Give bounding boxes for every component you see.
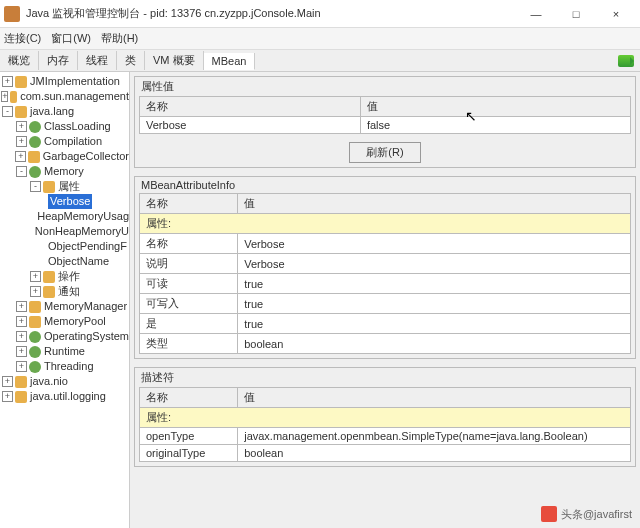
tree-node[interactable]: +MemoryManager (0, 299, 129, 314)
app-icon (4, 6, 20, 22)
tree-node[interactable]: +Threading (0, 359, 129, 374)
attribute-info-table: 名称值 属性: 名称Verbose 说明Verbose 可读true 可写入tr… (139, 193, 631, 354)
refresh-button[interactable]: 刷新(R) (349, 142, 420, 163)
tree-node-selected[interactable]: Verbose (0, 194, 129, 209)
col-value[interactable]: 值 (238, 194, 631, 214)
attribute-info-panel: MBeanAttributeInfo 名称值 属性: 名称Verbose 说明V… (134, 176, 636, 359)
maximize-button[interactable]: □ (556, 2, 596, 26)
minimize-button[interactable]: — (516, 2, 556, 26)
tab-memory[interactable]: 内存 (39, 51, 78, 70)
tree-node[interactable]: +java.util.logging (0, 389, 129, 404)
tree-node[interactable]: +通知 (0, 284, 129, 299)
tree-node[interactable]: +ClassLoading (0, 119, 129, 134)
descriptor-panel: 描述符 名称值 属性: openTypejavax.management.ope… (134, 367, 636, 467)
table-row[interactable]: 是true (140, 314, 631, 334)
attribute-value-table: 名称值 Verbosefalse (139, 96, 631, 134)
close-button[interactable]: × (596, 2, 636, 26)
table-row[interactable]: 属性: (140, 214, 631, 234)
menu-connection[interactable]: 连接(C) (4, 31, 41, 46)
col-name[interactable]: 名称 (140, 97, 361, 117)
tree-node[interactable]: ObjectPendingF (0, 239, 129, 254)
tree-node[interactable]: -Memory (0, 164, 129, 179)
connect-icon[interactable] (618, 55, 634, 67)
panel-title: MBeanAttributeInfo (135, 177, 635, 193)
table-row[interactable]: 名称Verbose (140, 234, 631, 254)
panel-title: 属性值 (135, 77, 635, 96)
attribute-value-panel: 属性值 名称值 Verbosefalse 刷新(R) (134, 76, 636, 168)
col-value[interactable]: 值 (360, 97, 630, 117)
table-row[interactable]: Verbosefalse (140, 117, 631, 134)
descriptor-table: 名称值 属性: openTypejavax.management.openmbe… (139, 387, 631, 462)
tree-node[interactable]: +Runtime (0, 344, 129, 359)
watermark-icon (541, 506, 557, 522)
tree-node[interactable]: ObjectName (0, 254, 129, 269)
tab-bar: 概览 内存 线程 类 VM 概要 MBean (0, 50, 640, 72)
menu-window[interactable]: 窗口(W) (51, 31, 91, 46)
tab-mbeans[interactable]: MBean (204, 53, 256, 70)
tree-node[interactable]: +JMImplementation (0, 74, 129, 89)
tab-threads[interactable]: 线程 (78, 51, 117, 70)
tree-node[interactable]: -java.lang (0, 104, 129, 119)
content-pane: 属性值 名称值 Verbosefalse 刷新(R) MBeanAttribut… (130, 72, 640, 528)
tree-node[interactable]: +GarbageCollector (0, 149, 129, 164)
titlebar: Java 监视和管理控制台 - pid: 13376 cn.zyzpp.jCon… (0, 0, 640, 28)
col-name[interactable]: 名称 (140, 194, 238, 214)
table-row[interactable]: 类型boolean (140, 334, 631, 354)
tree-node[interactable]: +com.sun.management (0, 89, 129, 104)
tree-node[interactable]: +java.nio (0, 374, 129, 389)
menu-help[interactable]: 帮助(H) (101, 31, 138, 46)
window-title: Java 监视和管理控制台 - pid: 13376 cn.zyzpp.jCon… (26, 6, 516, 21)
table-row[interactable]: openTypejavax.management.openmbean.Simpl… (140, 428, 631, 445)
panel-title: 描述符 (135, 368, 635, 387)
col-name[interactable]: 名称 (140, 388, 238, 408)
tree-node[interactable]: +Compilation (0, 134, 129, 149)
tab-overview[interactable]: 概览 (0, 51, 39, 70)
col-value[interactable]: 值 (238, 388, 631, 408)
tree-node[interactable]: -属性 (0, 179, 129, 194)
mbean-tree[interactable]: +JMImplementation +com.sun.management -j… (0, 72, 130, 528)
tree-node[interactable]: +OperatingSystem (0, 329, 129, 344)
table-row[interactable]: 属性: (140, 408, 631, 428)
table-row[interactable]: 说明Verbose (140, 254, 631, 274)
table-row[interactable]: originalTypeboolean (140, 445, 631, 462)
table-row[interactable]: 可读true (140, 274, 631, 294)
tree-node[interactable]: +操作 (0, 269, 129, 284)
table-row[interactable]: 可写入true (140, 294, 631, 314)
tab-vm[interactable]: VM 概要 (145, 51, 204, 70)
watermark: 头条@javafirst (541, 506, 632, 522)
tab-classes[interactable]: 类 (117, 51, 145, 70)
tree-node[interactable]: NonHeapMemoryU (0, 224, 129, 239)
tree-node[interactable]: +MemoryPool (0, 314, 129, 329)
tree-node[interactable]: HeapMemoryUsag (0, 209, 129, 224)
menubar: 连接(C) 窗口(W) 帮助(H) (0, 28, 640, 50)
watermark-text: 头条@javafirst (561, 507, 632, 522)
